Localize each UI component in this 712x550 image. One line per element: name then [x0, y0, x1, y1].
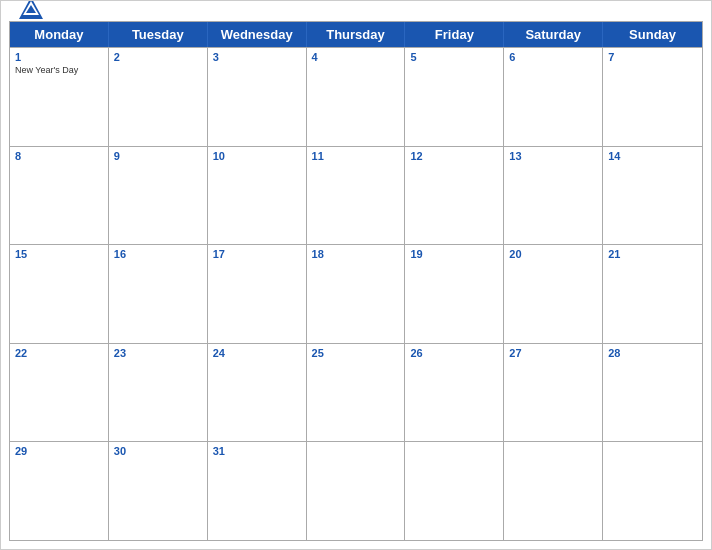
week-row-3: 15161718192021 [10, 244, 702, 343]
day-cell: 8 [10, 147, 109, 245]
day-cell: 14 [603, 147, 702, 245]
day-number: 1 [15, 51, 103, 64]
day-cell: 3 [208, 48, 307, 146]
day-cell: 2 [109, 48, 208, 146]
day-number: 20 [509, 248, 597, 261]
day-cell: 30 [109, 442, 208, 540]
day-cell [603, 442, 702, 540]
calendar: Monday Tuesday Wednesday Thursday Friday… [9, 21, 703, 541]
day-cell: 17 [208, 245, 307, 343]
day-cell: 13 [504, 147, 603, 245]
day-cell: 9 [109, 147, 208, 245]
day-cell: 24 [208, 344, 307, 442]
day-number: 16 [114, 248, 202, 261]
day-cell: 25 [307, 344, 406, 442]
day-number: 18 [312, 248, 400, 261]
day-cell: 18 [307, 245, 406, 343]
day-number: 14 [608, 150, 697, 163]
day-cell: 11 [307, 147, 406, 245]
day-number: 9 [114, 150, 202, 163]
day-cell: 5 [405, 48, 504, 146]
week-row-5: 293031 [10, 441, 702, 540]
day-cell: 23 [109, 344, 208, 442]
header-wednesday: Wednesday [208, 22, 307, 47]
day-cell: 1New Year's Day [10, 48, 109, 146]
header-thursday: Thursday [307, 22, 406, 47]
header-tuesday: Tuesday [109, 22, 208, 47]
day-number: 8 [15, 150, 103, 163]
day-cell: 27 [504, 344, 603, 442]
day-cell: 20 [504, 245, 603, 343]
day-cell: 16 [109, 245, 208, 343]
day-number: 31 [213, 445, 301, 458]
week-row-2: 891011121314 [10, 146, 702, 245]
day-number: 26 [410, 347, 498, 360]
calendar-body: 1New Year's Day2345678910111213141516171… [10, 47, 702, 540]
day-number: 12 [410, 150, 498, 163]
header-sunday: Sunday [603, 22, 702, 47]
day-number: 10 [213, 150, 301, 163]
day-headers: Monday Tuesday Wednesday Thursday Friday… [10, 22, 702, 47]
day-cell [504, 442, 603, 540]
logo [17, 0, 49, 23]
day-number: 29 [15, 445, 103, 458]
day-number: 25 [312, 347, 400, 360]
day-number: 30 [114, 445, 202, 458]
day-number: 28 [608, 347, 697, 360]
day-cell: 7 [603, 48, 702, 146]
day-number: 3 [213, 51, 301, 64]
day-number: 11 [312, 150, 400, 163]
day-event: New Year's Day [15, 65, 103, 76]
day-cell: 12 [405, 147, 504, 245]
day-number: 4 [312, 51, 400, 64]
day-cell: 26 [405, 344, 504, 442]
day-cell: 31 [208, 442, 307, 540]
day-cell: 28 [603, 344, 702, 442]
day-number: 27 [509, 347, 597, 360]
day-cell: 10 [208, 147, 307, 245]
day-number: 23 [114, 347, 202, 360]
day-cell: 19 [405, 245, 504, 343]
day-cell [307, 442, 406, 540]
day-cell: 29 [10, 442, 109, 540]
day-cell: 4 [307, 48, 406, 146]
day-number: 7 [608, 51, 697, 64]
logo-icon [17, 0, 45, 23]
day-number: 22 [15, 347, 103, 360]
day-number: 5 [410, 51, 498, 64]
day-number: 15 [15, 248, 103, 261]
day-cell: 15 [10, 245, 109, 343]
week-row-4: 22232425262728 [10, 343, 702, 442]
day-number: 24 [213, 347, 301, 360]
day-number: 19 [410, 248, 498, 261]
week-row-1: 1New Year's Day234567 [10, 47, 702, 146]
day-cell: 21 [603, 245, 702, 343]
calendar-header [1, 1, 711, 17]
header-friday: Friday [405, 22, 504, 47]
day-cell [405, 442, 504, 540]
header-monday: Monday [10, 22, 109, 47]
day-number: 2 [114, 51, 202, 64]
day-cell: 22 [10, 344, 109, 442]
day-number: 21 [608, 248, 697, 261]
day-cell: 6 [504, 48, 603, 146]
day-number: 13 [509, 150, 597, 163]
day-number: 6 [509, 51, 597, 64]
header-saturday: Saturday [504, 22, 603, 47]
day-number: 17 [213, 248, 301, 261]
